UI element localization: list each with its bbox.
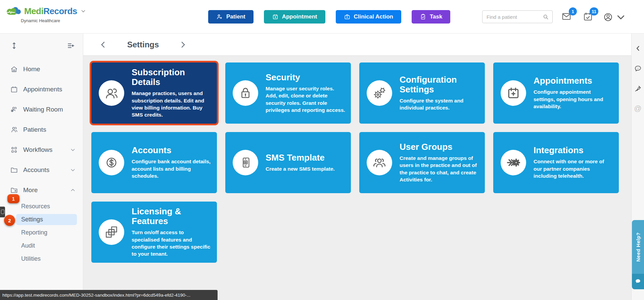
sidebar-item-label: Workflows (23, 146, 52, 154)
chevron-down-icon (70, 167, 76, 173)
dollar-icon (99, 150, 124, 175)
chevron-down-icon (70, 147, 76, 153)
home-icon (10, 65, 18, 73)
resize-updown-icon[interactable] (10, 42, 18, 50)
settings-card-sms-template[interactable]: SMS TemplateCreate a new SMS template. (225, 132, 351, 193)
sidebar-subitem-label: Utilities (21, 255, 41, 262)
button-label: Patient (226, 13, 245, 20)
calendar-icon (10, 85, 18, 93)
settings-card-configuration-settings[interactable]: Configuration SettingsConfigure the syst… (359, 62, 485, 124)
sidebar-item-more[interactable]: More1 (0, 180, 83, 200)
appointments-notifications-button[interactable]: 11 (583, 11, 594, 23)
sidebar-item-appointments[interactable]: Appointments (0, 79, 83, 99)
calendar-plus-icon (501, 80, 526, 106)
sidebar-nav: HomeAppointmentsWaiting RoomPatientsWork… (0, 59, 83, 200)
settings-card-subscription-details[interactable]: Subscription DetailsManage practices, us… (91, 62, 217, 124)
clipboard-check-icon (420, 13, 426, 20)
button-label: Task (430, 13, 443, 20)
patients-icon (10, 126, 18, 134)
card-description: Manage user security roles. Add, edit, c… (266, 85, 346, 114)
sidebar-subitem-audit[interactable]: Audit (0, 240, 83, 253)
settings-card-licensing-features[interactable]: Licensing & FeaturesTurn on/off access t… (91, 202, 217, 263)
settings-card-integrations[interactable]: IntegrationsConnect with one or more of … (493, 132, 619, 193)
card-title: Integrations (534, 145, 613, 155)
messages-button[interactable]: 1 (561, 11, 573, 23)
card-title: Subscription Details (132, 68, 212, 87)
sidebar-subitem-label: Settings (21, 216, 43, 223)
nav-forward-chevron-right-icon[interactable] (179, 40, 187, 49)
people-icon (99, 80, 124, 106)
appointment-button[interactable]: Appointment (264, 10, 325, 24)
sidebar-subitem-utilities[interactable]: Utilities (0, 253, 83, 266)
rail-chat-icon[interactable] (634, 65, 642, 73)
patient-search (482, 10, 553, 23)
workflow-icon (10, 146, 18, 154)
status-url-text: https://app.test.medirecords.com/MED-302… (2, 293, 190, 298)
briefcase-plus-icon (344, 13, 351, 20)
button-label: Clinical Action (354, 13, 393, 20)
account-menu[interactable] (603, 11, 625, 23)
sidebar-subitem-settings[interactable]: Settings2 (0, 214, 83, 226)
card-title: Security (266, 73, 346, 82)
user-circle-icon (603, 12, 613, 22)
button-label: Appointment (282, 13, 317, 20)
sidebar: HomeAppointmentsWaiting RoomPatientsWork… (0, 34, 83, 300)
rail-chevron-left-icon[interactable] (634, 44, 642, 52)
settings-content: Subscription DetailsManage practices, us… (83, 56, 631, 300)
sidebar-item-waiting-room[interactable]: Waiting Room (0, 99, 83, 120)
card-description: Turn on/off access to specialised featur… (132, 229, 212, 258)
brand-menu[interactable]: MediRecords Dynamic Healthcare (5, 5, 86, 23)
need-help-label: Need Help? (632, 220, 644, 274)
collapse-sidebar-icon[interactable] (67, 42, 75, 50)
task-button[interactable]: Task (412, 10, 451, 24)
sidebar-subitem-label: Resources (21, 203, 50, 210)
clinical-action-button[interactable]: Clinical Action (336, 10, 401, 24)
sidebar-item-label: Waiting Room (23, 106, 63, 113)
card-description: Configure appointment settings, opening … (534, 88, 613, 110)
page-title-bar: Settings (83, 34, 631, 56)
rail-pin-icon[interactable] (634, 85, 642, 93)
brand-name: MediRecords (24, 6, 77, 16)
notification-badge: 2 (4, 215, 15, 226)
sidebar-item-label: Patients (23, 126, 46, 133)
search-icon[interactable] (542, 13, 549, 20)
sidebar-item-label: Accounts (23, 166, 49, 174)
sidebar-subnav: ResourcesSettings2ReportingAuditUtilitie… (0, 201, 83, 266)
quick-action-buttons: PatientAppointmentClinical ActionTask (208, 10, 450, 24)
medirecords-cloud-logo-icon (5, 5, 21, 17)
layers-icon (99, 219, 124, 245)
settings-card-accounts[interactable]: AccountsConfigure bank account details, … (91, 132, 217, 193)
card-description: Create a new SMS template. (266, 165, 335, 172)
lock-icon (233, 80, 258, 106)
sidebar-item-workflows[interactable]: Workflows (0, 140, 83, 160)
sidebar-item-accounts[interactable]: Accounts (0, 160, 83, 180)
edge-widget[interactable] (0, 207, 5, 217)
settings-card-security[interactable]: SecurityManage user security roles. Add,… (225, 62, 351, 124)
page-title: Settings (116, 40, 170, 49)
need-help-tab[interactable]: Need Help? (632, 220, 644, 289)
gears-icon (367, 80, 392, 106)
card-title: Accounts (132, 145, 212, 155)
folder-icon (10, 166, 18, 174)
sidebar-item-label: Home (23, 66, 40, 73)
card-title: Configuration Settings (400, 75, 479, 94)
search-input[interactable] (487, 14, 542, 20)
card-title: SMS Template (266, 153, 335, 163)
sidebar-item-home[interactable]: Home (0, 59, 83, 79)
chevron-down-icon (81, 8, 86, 14)
sidebar-subitem-reporting[interactable]: Reporting (0, 227, 83, 240)
rail-mentions-at-icon[interactable]: @ (634, 105, 642, 113)
status-url-bar: https://app.test.medirecords.com/MED-302… (0, 290, 218, 300)
sidebar-subitem-label: Reporting (21, 229, 47, 236)
card-title: Appointments (534, 76, 613, 86)
calendar-plus-icon (272, 13, 279, 20)
nav-back-chevron-left-icon[interactable] (99, 40, 107, 49)
patient-button[interactable]: Patient (208, 10, 254, 24)
phone-plus-icon (233, 150, 258, 175)
sidebar-item-patients[interactable]: Patients (0, 120, 83, 140)
settings-card-appointments[interactable]: AppointmentsConfigure appointment settin… (493, 62, 619, 124)
settings-card-user-groups[interactable]: User GroupsCreate and manage groups of u… (359, 132, 485, 193)
messages-count-badge: 1 (569, 7, 577, 15)
folder-plus-icon (10, 186, 18, 194)
chevron-down-icon (616, 12, 626, 22)
